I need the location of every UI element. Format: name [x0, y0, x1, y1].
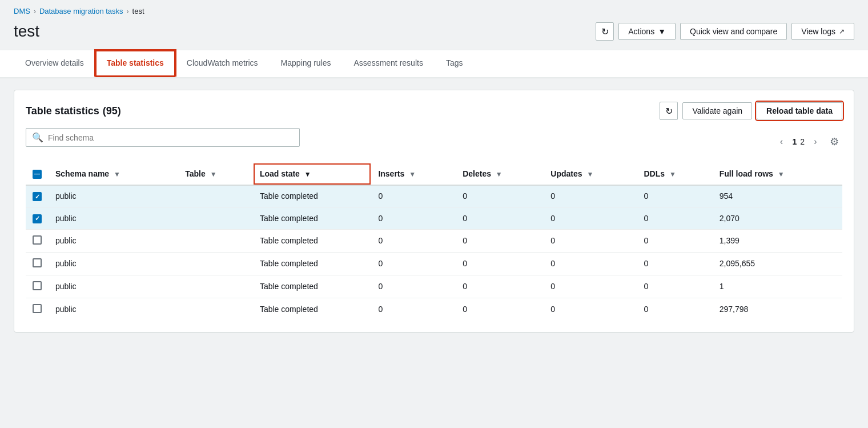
ddls-cell: 0 [637, 229, 712, 252]
table-row: public Table completed 0 0 0 0 2,095,655 [26, 252, 842, 275]
breadcrumb-current: test [132, 7, 144, 15]
ddls-cell: 0 [637, 252, 712, 275]
row-checkbox-cell[interactable] [26, 229, 49, 252]
deletes-sort-icon: ▼ [496, 170, 503, 178]
reload-table-data-button[interactable]: Reload table data [757, 102, 842, 119]
row-checkbox[interactable] [33, 235, 42, 245]
breadcrumb-dms[interactable]: DMS [14, 7, 30, 15]
row-checkbox[interactable] [33, 304, 42, 313]
pagination-next-button[interactable]: › [808, 134, 823, 149]
inserts-cell: 0 [371, 252, 456, 275]
pagination-prev-button[interactable]: ‹ [774, 134, 789, 149]
breadcrumb-sep-1: › [34, 7, 36, 15]
view-logs-button[interactable]: View logs ↗ [791, 23, 854, 40]
select-all-header[interactable] [26, 163, 49, 185]
row-checkbox[interactable] [33, 281, 42, 290]
deletes-cell: 0 [456, 229, 544, 252]
search-bar[interactable]: 🔍 [26, 128, 300, 147]
load-state-label: Load state [260, 169, 300, 178]
table-cell [178, 185, 253, 207]
refresh-button[interactable]: ↻ [596, 22, 614, 41]
row-checkbox-cell[interactable] [26, 298, 49, 321]
refresh-icon: ↻ [601, 26, 609, 37]
tab-mapping-rules[interactable]: Mapping rules [270, 50, 343, 77]
load-state-cell: Table completed [253, 275, 371, 298]
card-count: (95) [103, 105, 121, 117]
quick-view-button[interactable]: Quick view and compare [680, 23, 787, 40]
table-statistics-card: Table statistics (95) ↻ Validate again R… [14, 90, 854, 333]
validate-again-button[interactable]: Validate again [682, 102, 752, 119]
ddls-header[interactable]: DDLs ▼ [637, 163, 712, 185]
inserts-header[interactable]: Inserts ▼ [371, 163, 456, 185]
tab-overview-details[interactable]: Overview details [14, 50, 95, 77]
breadcrumb-tasks[interactable]: Database migration tasks [39, 7, 123, 15]
updates-label: Updates [550, 169, 582, 178]
row-checkbox[interactable] [33, 192, 42, 201]
pagination-page1[interactable]: 1 [792, 137, 797, 146]
breadcrumb-sep-2: › [127, 7, 129, 15]
ddls-cell: 0 [637, 185, 712, 207]
full-load-rows-header[interactable]: Full load rows ▼ [713, 163, 842, 185]
inserts-cell: 0 [371, 207, 456, 230]
breadcrumb: DMS › Database migration tasks › test [0, 0, 868, 20]
schema-cell: public [49, 185, 178, 207]
load-state-cell: Table completed [253, 252, 371, 275]
table-cell [178, 298, 253, 321]
table-cell [178, 275, 253, 298]
view-logs-label: View logs [801, 27, 835, 36]
tab-table-statistics-label: Table statistics [107, 58, 164, 67]
full-load-rows-cell: 1 [713, 275, 842, 298]
card-refresh-icon: ↻ [665, 106, 673, 117]
full-load-rows-cell: 297,798 [713, 298, 842, 321]
ddls-cell: 0 [637, 298, 712, 321]
inserts-cell: 0 [371, 185, 456, 207]
load-state-cell: Table completed [253, 207, 371, 230]
actions-label: Actions [628, 27, 654, 36]
deletes-label: Deletes [463, 169, 491, 178]
updates-cell: 0 [544, 252, 637, 275]
updates-header[interactable]: Updates ▼ [544, 163, 637, 185]
actions-button[interactable]: Actions ▼ [618, 23, 676, 40]
tab-tags[interactable]: Tags [435, 50, 475, 77]
actions-arrow-icon: ▼ [658, 27, 666, 36]
updates-cell: 0 [544, 275, 637, 298]
row-checkbox-cell[interactable] [26, 207, 49, 230]
inserts-sort-icon: ▼ [409, 170, 416, 178]
ddls-cell: 0 [637, 275, 712, 298]
table-row: public Table completed 0 0 0 0 1 [26, 275, 842, 298]
full-load-rows-cell: 2,095,655 [713, 252, 842, 275]
ddls-cell: 0 [637, 207, 712, 230]
search-input[interactable] [48, 133, 294, 142]
tab-table-statistics[interactable]: Table statistics [95, 50, 175, 77]
row-checkbox[interactable] [33, 214, 42, 223]
table-row: public Table completed 0 0 0 0 297,798 [26, 298, 842, 321]
tab-assessment-results[interactable]: Assessment results [343, 50, 435, 77]
row-checkbox[interactable] [33, 258, 42, 267]
row-checkbox-cell[interactable] [26, 252, 49, 275]
full-load-rows-cell: 2,070 [713, 207, 842, 230]
ddls-label: DDLs [644, 169, 665, 178]
search-icon: 🔍 [32, 132, 43, 143]
updates-sort-icon: ▼ [586, 170, 593, 178]
deletes-cell: 0 [456, 275, 544, 298]
schema-name-header[interactable]: Schema name ▼ [49, 163, 178, 185]
tab-cloudwatch-metrics[interactable]: CloudWatch metrics [175, 50, 270, 77]
schema-cell: public [49, 229, 178, 252]
deletes-cell: 0 [456, 252, 544, 275]
inserts-cell: 0 [371, 275, 456, 298]
select-all-checkbox[interactable] [33, 170, 42, 179]
full-load-rows-cell: 1,399 [713, 229, 842, 252]
pagination-page2[interactable]: 2 [800, 137, 805, 146]
settings-icon[interactable]: ⚙ [826, 134, 842, 150]
card-actions: ↻ Validate again Reload table data [660, 102, 842, 120]
inserts-label: Inserts [378, 169, 404, 178]
updates-cell: 0 [544, 185, 637, 207]
page-title: test [14, 22, 39, 41]
row-checkbox-cell[interactable] [26, 275, 49, 298]
row-checkbox-cell[interactable] [26, 185, 49, 207]
load-state-header[interactable]: Load state ▼ [253, 163, 371, 185]
deletes-header[interactable]: Deletes ▼ [456, 163, 544, 185]
card-refresh-button[interactable]: ↻ [660, 102, 678, 120]
page-header: test ↻ Actions ▼ Quick view and compare … [0, 20, 868, 50]
table-header[interactable]: Table ▼ [178, 163, 253, 185]
